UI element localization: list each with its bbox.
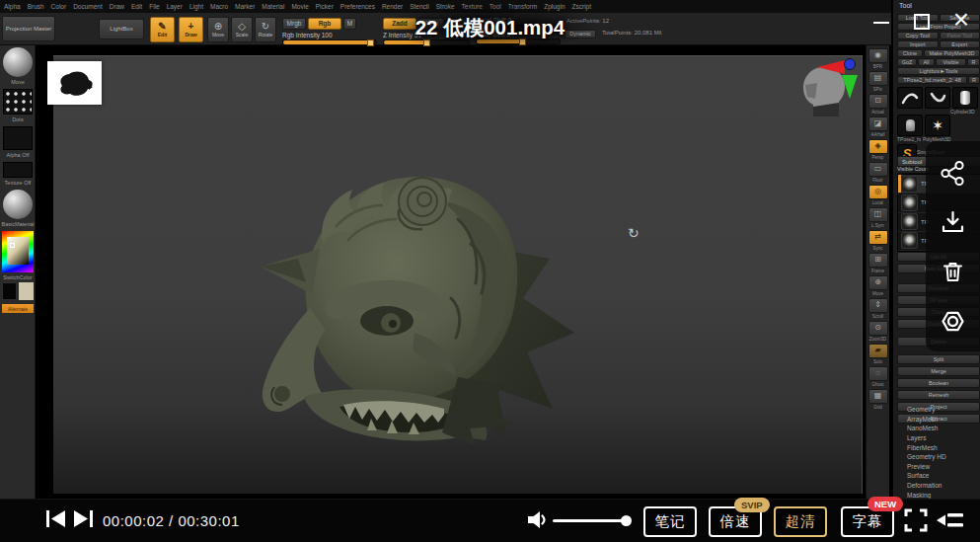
menu-item[interactable]: Draw [110,3,124,10]
menu-item[interactable]: Movie [291,3,308,10]
menu-item[interactable]: Marker [235,3,255,10]
subtool-action-button[interactable]: Remesh [897,390,980,400]
r-button[interactable]: R [967,58,980,66]
subtool-action-button[interactable]: Boolean [897,378,980,388]
import-button[interactable]: Import [897,40,939,48]
record-button[interactable] [940,308,966,335]
right-shelf-button[interactable]: ⊙ Zoom3D [868,321,888,343]
menu-item[interactable]: Macro [210,3,228,10]
alpha-thumbnail[interactable] [3,126,33,150]
subtool-action-button[interactable]: Split [897,354,980,364]
previous-button[interactable] [45,509,66,528]
right-shelf-icon: ▤ [868,71,888,86]
svip-badge: SVIP [734,498,770,512]
right-shelf-button[interactable]: ◎ Local [868,185,888,206]
brush-tool-thumbnail[interactable] [897,87,923,109]
texture-label: Texture Off [0,180,36,186]
current-tool-button[interactable]: TPose2_hd.mesh_2: 48 [897,76,967,84]
fullscreen-button[interactable] [903,507,929,533]
export-button[interactable]: Export [940,40,980,48]
right-shelf-button[interactable]: ◌ Ghost [868,366,888,388]
volume-slider[interactable] [553,519,628,522]
close-icon: × [953,4,969,36]
right-shelf-button[interactable]: ▭ Floor [868,162,888,184]
right-shelf-button[interactable]: ⊞ Frame [868,253,888,274]
palette-section-header[interactable]: Layers [897,433,980,443]
brush-thumbnail[interactable] [3,47,33,77]
stroke-thumbnail[interactable] [3,89,33,115]
menu-item[interactable]: Material [262,3,284,10]
right-shelf-button[interactable]: ⇄ Sync [868,230,888,252]
palette-section-header[interactable]: ArrayMesh [897,415,980,425]
menu-item[interactable]: Alpha [4,3,21,10]
minimize-button[interactable] [868,12,894,34]
menu-item[interactable]: Layer [167,3,183,10]
skip-back-icon [46,510,49,527]
menu-item[interactable]: Edit [131,3,142,10]
brush-tool-thumbnail[interactable] [925,87,950,109]
menu-item[interactable]: File [149,3,159,10]
menu-item[interactable]: Picker [316,3,334,10]
color-picker[interactable] [2,231,34,272]
right-shelf-icon: ▰ [868,344,888,358]
goz-visible-button[interactable]: Visible [936,58,966,66]
polymesh3d-thumbnail[interactable]: ✶ [925,115,950,136]
palette-section-header[interactable]: Deformation [897,481,980,491]
right-shelf-button[interactable]: ◈ Persp [868,139,888,161]
alpha-label: Alpha Off [0,152,36,158]
pause-button[interactable] [14,508,38,530]
palette-section-header[interactable]: NanoMesh [897,424,980,433]
download-button[interactable] [940,209,966,236]
right-shelf-button[interactable]: ◉ BPR [868,48,888,70]
menu-item[interactable]: Light [189,3,203,10]
cylinder3d-thumbnail[interactable] [952,87,978,109]
sculpt-model-goblin-head [249,150,578,444]
delete-button[interactable] [940,259,966,285]
notes-button[interactable]: 笔记 [643,506,697,537]
menu-item[interactable]: Color [51,3,67,10]
color-picker-square[interactable] [7,237,29,265]
right-shelf-button[interactable]: ⇕ Scroll [868,298,888,320]
subtool-action-button[interactable]: Merge [897,366,980,376]
right-shelf-button[interactable]: ⊡ Actual [868,94,888,116]
texture-thumbnail[interactable] [3,162,33,178]
tpose-mesh-thumbnail[interactable] [897,115,923,136]
material-thumbnail[interactable] [3,190,33,219]
secondary-color-swatch[interactable] [19,282,34,300]
current-tool-r-button[interactable]: R [968,76,980,84]
lightbox-tools-button[interactable]: Lightbox►Tools [897,67,980,75]
make-polymesh-button[interactable]: Make PolyMesh3D [924,49,980,57]
palette-title: Tool [899,2,912,9]
volume-button[interactable] [525,508,548,531]
close-button[interactable]: × [946,4,976,36]
goz-all-button[interactable]: All [918,58,935,66]
palette-section-header[interactable]: Surface [897,471,980,481]
speaker-icon [528,511,540,528]
quality-button[interactable]: 超清 [774,506,827,537]
cylinder3d-label: Cylinder3D [950,109,975,115]
right-shelf-button[interactable]: ▤ SPix [868,71,888,93]
right-shelf-button[interactable]: ◪ AAHalf [868,116,888,138]
palette-section-header[interactable]: Geometry HD [897,452,980,462]
right-shelf-button[interactable]: ▦ Grid [868,389,888,411]
palette-section-header[interactable]: Preview [897,462,980,472]
subtool-thumbnail [901,232,918,249]
palette-section-header[interactable]: FiberMesh [897,442,980,452]
maximize-button[interactable] [909,10,935,34]
menu-item[interactable]: Brush [28,3,44,10]
palette-section-header[interactable]: Geometry [897,405,980,415]
menu-item[interactable]: Preferences [340,3,375,10]
playlist-toggle-button[interactable] [937,510,964,530]
right-shelf-button[interactable]: ▰ Solo [868,344,888,365]
menu-item[interactable]: Document [73,3,103,10]
volume-knob[interactable] [621,515,632,526]
goz-button[interactable]: GoZ [897,58,917,66]
alternate-button[interactable]: Alternate [2,304,34,313]
right-shelf-button[interactable]: ◫ L.Sym [868,207,888,229]
right-shelf-button[interactable]: ⊕ Move [868,275,888,297]
clone-button[interactable]: Clone [897,49,923,57]
color-picker-marker [10,243,15,248]
main-color-swatch[interactable] [2,282,17,300]
share-button[interactable] [940,160,966,187]
next-button[interactable] [73,509,94,528]
